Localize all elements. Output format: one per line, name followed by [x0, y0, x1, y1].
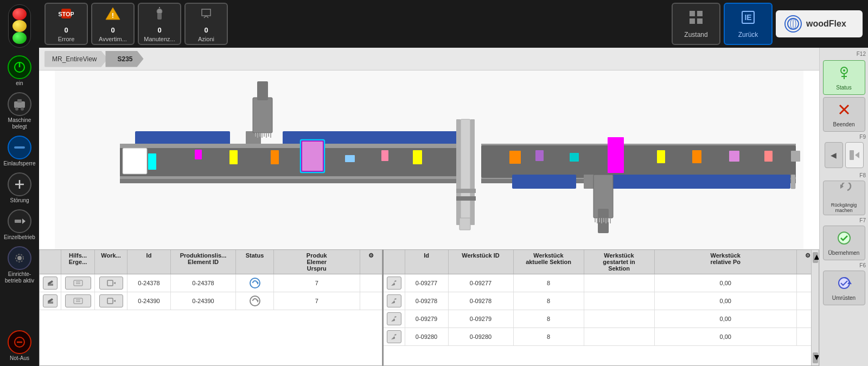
hilfs-btn-1[interactable]	[65, 277, 91, 290]
breadcrumb-entireview[interactable]: MR_EntireView	[44, 51, 107, 67]
toolbar-btn-avvertimento[interactable]: ! 0 Avvertim...	[91, 3, 135, 45]
toolbar-btn-zustand[interactable]: Zustand	[672, 3, 720, 45]
woodflex-brand: woodFlex	[776, 10, 863, 37]
edit-btn-2[interactable]	[43, 294, 58, 307]
einzelbetrieb-label: Einzelbetrieb	[4, 234, 35, 241]
sidebar-btn-stoerung[interactable]: Störung	[3, 170, 36, 206]
toolbar-btn-manutenzione[interactable]: 0 Manutenz...	[138, 3, 181, 45]
sidebar-btn-ein[interactable]: ein	[3, 53, 36, 89]
svg-point-5	[21, 107, 24, 111]
svg-rect-76	[470, 119, 475, 225]
svg-rect-87	[791, 175, 795, 189]
rueckgaengig-icon	[837, 183, 852, 201]
wrench-btn-2[interactable]	[387, 294, 401, 307]
svg-rect-84	[512, 175, 576, 189]
svg-point-4	[15, 107, 18, 111]
sidebar-btn-einzelbetrieb[interactable]: Einzelbetrieb	[3, 207, 36, 243]
td-produkt-2: 7	[274, 292, 360, 310]
edit-btn-1[interactable]	[43, 277, 58, 290]
td-werkstueck-id-r4: 0-09280	[449, 328, 514, 345]
sidebar-btn-einrichtebetrieb[interactable]: Einrichte-betrieb aktiv	[3, 244, 36, 286]
svg-rect-57	[229, 150, 238, 164]
maschine-label: Maschinebelegt	[8, 117, 31, 130]
scrollbar-right[interactable]: ▲ ▼	[811, 250, 819, 365]
td-action-r1[interactable]	[384, 274, 405, 292]
th-produkt: ProdukElemerUrspru	[274, 250, 360, 274]
wrench-btn-3[interactable]	[387, 312, 401, 325]
svg-rect-51	[120, 144, 467, 148]
td-action-btn-1a[interactable]	[40, 274, 61, 292]
collapse-icon: ◀	[831, 151, 837, 159]
td-gear-1	[360, 274, 382, 292]
work-btn-2[interactable]	[99, 294, 123, 307]
avvertimento-count: 0	[111, 26, 114, 34]
td-action-btn-2a[interactable]	[40, 292, 61, 310]
scrollbar-thumb-up[interactable]: ▲	[813, 252, 818, 263]
woodflex-name: woodFlex	[806, 19, 846, 29]
svg-rect-60	[345, 155, 355, 162]
svg-rect-79	[459, 218, 470, 230]
work-btn-1[interactable]	[99, 277, 123, 290]
td-action-r3[interactable]	[384, 310, 405, 328]
errore-count: 0	[64, 26, 68, 34]
right-btn-umruesten[interactable]: Umrüsten	[823, 271, 865, 305]
svg-rect-82	[481, 145, 796, 178]
svg-rect-47	[135, 131, 230, 145]
svg-marker-10	[22, 219, 25, 224]
warning-icon: !	[105, 6, 120, 24]
right-btn-collapse[interactable]: ◀	[825, 142, 843, 168]
svg-rect-121	[107, 298, 113, 304]
td-status-2	[236, 292, 274, 310]
hilfs-btn-2[interactable]	[65, 294, 91, 307]
sidebar-btn-not-aus[interactable]: Not-Aus	[3, 328, 36, 364]
svg-rect-3	[17, 99, 22, 102]
th-gear-left[interactable]: ⚙	[360, 250, 382, 274]
svg-rect-90	[570, 153, 579, 162]
breadcrumb-s235[interactable]: S235	[105, 51, 143, 67]
right-btn-uebernehmen[interactable]: Übernehmen	[823, 226, 865, 260]
table-row: 0-09277 0-09277 8 0,00	[384, 274, 819, 292]
svg-marker-124	[257, 299, 259, 303]
right-btn-beenden[interactable]: Beenden	[823, 97, 865, 132]
right-panel: F12 Status Beenden F9 ◀	[819, 48, 868, 366]
wrench-btn-1[interactable]	[387, 277, 401, 290]
toolbar-btn-errore[interactable]: STOP 0 Errore	[44, 3, 88, 45]
toolbar-btn-zurueck[interactable]: IE Zurück	[724, 3, 773, 45]
fkey-f12: F12	[857, 51, 866, 57]
fkey-f7: F7	[859, 217, 866, 223]
td-aktuelle-sektion-r4: 8	[514, 328, 584, 345]
right-btn-status[interactable]: Status	[823, 60, 865, 95]
right-btn-rueckgaengig[interactable]: Rückgängigmachen	[823, 181, 865, 215]
wrench-btn-4[interactable]	[387, 330, 401, 343]
th-aktuelle-sektion: Werkstückaktuelle Sektion	[514, 250, 584, 274]
f9-icon	[848, 149, 860, 161]
svg-rect-58	[271, 150, 279, 164]
woodflex-brand-icon	[784, 15, 802, 33]
svg-rect-25	[690, 11, 695, 16]
rueckgaengig-label: Rückgängigmachen	[831, 202, 857, 213]
toolbar-btn-azioni[interactable]: 0 Azioni	[184, 3, 228, 45]
table-row: 0-09279 0-09279 8 0,00	[384, 310, 819, 328]
svg-rect-59	[302, 141, 323, 171]
td-action-r2[interactable]	[384, 292, 405, 310]
manutenzione-count: 0	[157, 26, 161, 34]
sidebar-btn-maschine[interactable]: Maschinebelegt	[3, 90, 36, 132]
table-row: 0-24378 0-24378 7	[40, 274, 382, 292]
svg-rect-78	[456, 196, 476, 201]
svg-rect-88	[509, 151, 521, 164]
td-relative-po-r1: 0,00	[655, 274, 797, 292]
right-btn-f9[interactable]	[845, 142, 864, 168]
th-relative-po: Werkstückrelative Po	[655, 250, 797, 274]
svg-text:IE: IE	[744, 13, 751, 22]
stoerung-label: Störung	[10, 197, 29, 204]
table-right-body: 0-09277 0-09277 8 0,00 0-09278 0-09278 8…	[384, 274, 819, 365]
scrollbar-thumb-down[interactable]: ▼	[813, 352, 818, 363]
not-aus-label: Not-Aus	[10, 355, 29, 362]
td-relative-po-r2: 0,00	[655, 292, 797, 310]
td-aktuelle-sektion-r3: 8	[514, 310, 584, 328]
beenden-label: Beenden	[833, 121, 854, 127]
td-action-r4[interactable]	[384, 328, 405, 345]
tables-area: Hilfs...Erge... Work... Id Produktionsli…	[39, 249, 819, 366]
svg-rect-40	[850, 150, 854, 160]
sidebar-btn-einlaufsperre[interactable]: Einlaufsperre	[3, 133, 36, 169]
